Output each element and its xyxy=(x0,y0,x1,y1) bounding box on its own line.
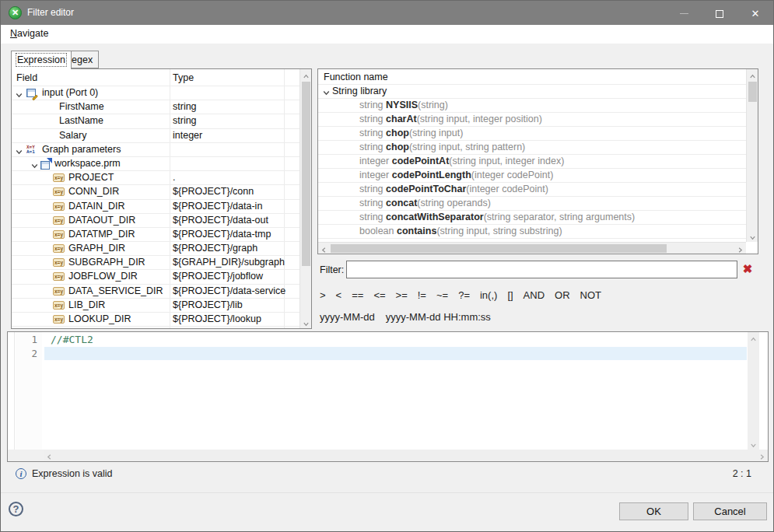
operator-button[interactable]: < xyxy=(336,289,342,301)
function-group-row[interactable]: String library xyxy=(318,85,746,99)
field-tree-row[interactable]: x=yDATAOUT_DIR${PROJECT}/data-out xyxy=(12,214,299,228)
functions-vertical-scrollbar[interactable] xyxy=(746,69,758,242)
field-tree-row[interactable]: x=yDATA_SERVICE_DIR${PROJECT}/data-servi… xyxy=(12,285,299,299)
field-label: GRAPH_DIR xyxy=(68,242,125,255)
code-line-current[interactable] xyxy=(44,347,747,361)
function-row[interactable]: string chop(string input) xyxy=(318,127,746,141)
operator-button[interactable]: OR xyxy=(555,289,570,301)
column-header-type[interactable]: Type xyxy=(173,69,194,86)
chevron-down-icon[interactable] xyxy=(30,159,39,168)
ok-button[interactable]: OK xyxy=(619,502,688,520)
scroll-thumb[interactable] xyxy=(748,82,757,102)
field-tree-row[interactable]: x=yPROJECT. xyxy=(12,171,299,185)
function-row[interactable]: string NYSIIS(string) xyxy=(318,99,746,113)
operator-button[interactable]: >= xyxy=(396,289,408,301)
field-tree-row[interactable]: Salaryinteger xyxy=(12,129,299,143)
filter-input[interactable] xyxy=(346,261,737,278)
field-tree-row[interactable]: FirstNamestring xyxy=(12,100,299,114)
operator-button[interactable]: <= xyxy=(373,289,385,301)
column-header-function-name[interactable]: Function name xyxy=(324,69,388,85)
scroll-down-icon[interactable] xyxy=(747,230,758,242)
maximize-icon xyxy=(716,10,723,18)
field-tree-row[interactable]: x=yMETA_DIR${PROJECT}/meta xyxy=(12,327,299,328)
scroll-right-icon[interactable] xyxy=(756,450,768,461)
field-tree-row[interactable]: x=yDATATMP_DIR${PROJECT}/data-tmp xyxy=(12,228,299,242)
tab-expression[interactable]: Expression xyxy=(11,51,72,69)
operator-button[interactable]: [] xyxy=(507,289,513,301)
operator-button[interactable]: in(,) xyxy=(480,289,497,301)
help-icon[interactable]: ? xyxy=(9,502,23,516)
scroll-up-icon[interactable] xyxy=(300,69,312,81)
field-tree-row[interactable]: x=yLOOKUP_DIR${PROJECT}/lookup xyxy=(12,313,299,327)
function-row[interactable]: string concat(string operands) xyxy=(318,197,746,211)
scroll-thumb[interactable] xyxy=(331,244,667,253)
scroll-left-icon[interactable] xyxy=(318,243,330,254)
scroll-up-icon[interactable] xyxy=(747,69,758,81)
field-tree-row[interactable]: workspace.prm xyxy=(12,157,299,171)
field-tree-row[interactable]: LastNamestring xyxy=(12,114,299,128)
operator-button[interactable]: == xyxy=(352,289,363,301)
functions-horizontal-scrollbar[interactable] xyxy=(318,242,746,254)
field-type: . xyxy=(173,171,175,184)
function-args: (integer codePoint) xyxy=(471,170,554,180)
operator-button[interactable]: > xyxy=(320,289,326,301)
scroll-up-icon[interactable] xyxy=(748,332,759,344)
field-tree-row[interactable]: input (Port 0) xyxy=(12,86,299,100)
operator-button[interactable]: AND xyxy=(524,289,545,301)
close-button[interactable]: ✕ xyxy=(737,1,773,25)
function-row[interactable]: string charAt(string input, integer posi… xyxy=(318,113,746,127)
scroll-down-icon[interactable] xyxy=(748,438,759,450)
scroll-right-icon[interactable] xyxy=(734,243,746,254)
field-type: ${PROJECT}/graph xyxy=(173,242,257,255)
field-type: ${PROJECT}/data-out xyxy=(173,214,268,227)
scroll-left-icon[interactable] xyxy=(44,450,55,461)
code-line[interactable]: //#CTL2 xyxy=(44,333,747,347)
function-row[interactable]: integer codePointLength(integer codePoin… xyxy=(318,169,746,183)
function-row[interactable]: string concatWithSeparator(string separa… xyxy=(318,211,746,225)
function-args: (string input, string pattern) xyxy=(409,142,525,152)
function-row[interactable]: string codePointToChar(integer codePoint… xyxy=(318,183,746,197)
code-area[interactable]: //#CTL2 xyxy=(44,332,747,450)
clear-filter-icon[interactable]: ✖ xyxy=(741,262,755,276)
title-bar[interactable]: Filter editor ✕ xyxy=(1,1,773,25)
line-number: 2 xyxy=(16,347,37,361)
parameter-icon: x=y xyxy=(53,315,65,324)
scroll-down-icon[interactable] xyxy=(300,317,312,328)
menu-navigate[interactable]: Navigate xyxy=(6,25,52,44)
function-name: charAt xyxy=(386,114,417,124)
field-tree-row[interactable]: x=yCONN_DIR${PROJECT}/conn xyxy=(12,185,299,199)
maximize-button[interactable] xyxy=(702,1,737,25)
editor-vertical-scrollbar[interactable] xyxy=(748,332,759,450)
functions-panel: Function name String librarystring NYSII… xyxy=(317,68,758,254)
chevron-down-icon[interactable] xyxy=(15,89,23,97)
function-row[interactable]: integer codePointAt(string input, intege… xyxy=(318,155,746,169)
chevron-down-icon[interactable] xyxy=(322,88,331,96)
column-header-field[interactable]: Field xyxy=(16,69,37,86)
parameter-icon: x=y xyxy=(53,301,65,310)
scroll-thumb[interactable] xyxy=(302,82,310,266)
graph-parameters-icon: X=YA=1 xyxy=(26,145,40,156)
expression-editor: 12 //#CTL2 xyxy=(7,331,769,462)
date-format-button[interactable]: yyyy-MM-dd HH:mm:ss xyxy=(386,311,491,323)
operator-button[interactable]: NOT xyxy=(580,289,601,301)
fields-vertical-scrollbar[interactable] xyxy=(299,69,311,328)
function-name: chop xyxy=(386,142,409,152)
function-row[interactable]: boolean contains(string input, string su… xyxy=(318,225,746,239)
field-tree-row[interactable]: x=yDATAIN_DIR${PROJECT}/data-in xyxy=(12,200,299,214)
minimize-button[interactable] xyxy=(666,1,702,25)
operator-button[interactable]: ~= xyxy=(436,289,448,301)
chevron-down-icon[interactable] xyxy=(15,145,23,154)
cancel-button[interactable]: Cancel xyxy=(693,502,767,520)
field-label: Graph parameters xyxy=(42,143,121,156)
date-format-button[interactable]: yyyy-MM-dd xyxy=(320,311,375,323)
operator-button[interactable]: ?= xyxy=(458,289,470,301)
field-tree-row[interactable]: x=yGRAPH_DIR${PROJECT}/graph xyxy=(12,242,299,256)
function-row[interactable]: string chop(string input, string pattern… xyxy=(318,141,746,155)
field-tree-row[interactable]: x=yLIB_DIR${PROJECT}/lib xyxy=(12,299,299,313)
function-name: NYSIIS xyxy=(386,100,418,110)
editor-horizontal-scrollbar[interactable] xyxy=(44,450,768,461)
field-tree-row[interactable]: x=yJOBFLOW_DIR${PROJECT}/jobflow xyxy=(12,270,299,284)
operator-button[interactable]: != xyxy=(418,289,426,301)
field-tree-row[interactable]: x=ySUBGRAPH_DIR${GRAPH_DIR}/subgraph xyxy=(12,256,299,270)
field-tree-row[interactable]: X=YA=1Graph parameters xyxy=(12,143,299,157)
